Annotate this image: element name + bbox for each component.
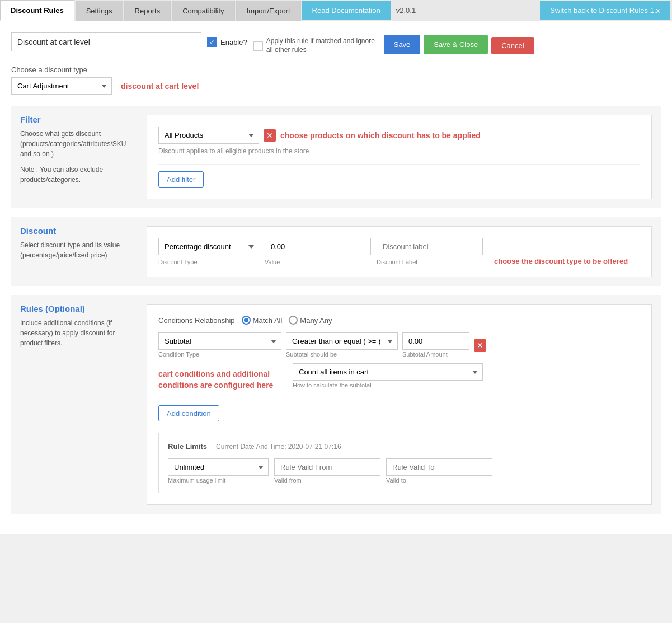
condition-operator-label: Subtotal should be	[286, 351, 398, 358]
max-usage-group: Unlimited 1 5 10 100 Maximum usage limit	[168, 458, 269, 484]
discount-value-label: Value	[265, 259, 371, 265]
apply-rule-section: Apply this rule if matched and ignore al…	[253, 32, 378, 54]
discount-type-field-group: Percentage discount Fixed discount Fixed…	[158, 238, 259, 265]
apply-rule-checkbox[interactable]	[253, 41, 263, 51]
filter-note: Note : You can also exclude products/cat…	[20, 165, 138, 185]
add-filter-button[interactable]: Add filter	[158, 171, 204, 188]
enable-checkbox[interactable]: ✓	[207, 37, 217, 47]
filter-divider	[158, 164, 640, 165]
add-condition-button[interactable]: Add condition	[158, 405, 219, 421]
discount-section: Discount Select discount type and its va…	[11, 217, 661, 286]
calc-select[interactable]: Count all items in cart Count unique ite…	[293, 363, 483, 381]
filter-row: All Products Specific Products Specific …	[158, 127, 640, 144]
rule-name-input[interactable]	[11, 32, 201, 51]
action-buttons: Save Save & Close Cancel	[384, 32, 534, 54]
conditions-relationship-label: Conditions Relationship	[158, 316, 235, 325]
condition-amount-input[interactable]	[402, 332, 469, 350]
many-any-label: Many Any	[300, 316, 332, 325]
cancel-button[interactable]: Cancel	[491, 37, 534, 54]
tab-compatibility[interactable]: Compatibility	[172, 1, 234, 21]
condition-type-group: Subtotal Total Quantity Weight Condition…	[158, 332, 281, 358]
discount-value-field-group: Value	[265, 238, 371, 265]
tab-bar: Discount Rules Settings Reports Compatib…	[0, 0, 672, 21]
condition-row: Subtotal Total Quantity Weight Condition…	[158, 332, 640, 358]
discount-type-annotation: discount at cart level	[121, 82, 199, 91]
rule-limits-panel: Rule Limits Current Date And Time: 2020-…	[158, 433, 640, 493]
discount-fields: Percentage discount Fixed discount Fixed…	[158, 238, 640, 265]
main-content: ✓ Enable? Apply this rule if matched and…	[0, 21, 672, 534]
filter-title: Filter	[20, 115, 138, 124]
tab-settings[interactable]: Settings	[76, 1, 123, 21]
rules-section-right: Conditions Relationship Match All Many A…	[147, 304, 652, 505]
max-usage-label: Maximum usage limit	[168, 477, 269, 484]
discount-type-inline-row: Cart Adjustment Product Discount Buy X G…	[11, 77, 661, 95]
limits-fields: Unlimited 1 5 10 100 Maximum usage limit…	[168, 458, 631, 484]
filter-section-right: All Products Specific Products Specific …	[147, 115, 652, 199]
many-any-radio[interactable]: Many Any	[289, 316, 332, 325]
top-row: ✓ Enable? Apply this rule if matched and…	[11, 32, 661, 54]
discount-title: Discount	[20, 226, 138, 236]
filter-section: Filter Choose what gets discount (produc…	[11, 106, 661, 208]
match-all-radio-dot	[242, 316, 251, 325]
filter-type-select[interactable]: All Products Specific Products Specific …	[158, 127, 259, 144]
read-docs-button[interactable]: Read Documentation	[302, 1, 391, 20]
rules-description: Include additional conditions (if necess…	[20, 318, 138, 348]
switch-back-button[interactable]: Switch back to Discount Rules 1.x	[540, 1, 670, 20]
discount-section-left: Discount Select discount type and its va…	[20, 226, 138, 277]
filter-section-inner: Filter Choose what gets discount (produc…	[20, 115, 652, 199]
discount-section-right: Percentage discount Fixed discount Fixed…	[147, 226, 652, 277]
rules-title: Rules (Optional)	[20, 304, 138, 313]
valid-to-input[interactable]	[386, 458, 492, 476]
enable-section: ✓ Enable?	[207, 32, 247, 47]
discount-type-label: Choose a discount type	[11, 65, 661, 74]
valid-from-group: Vaild from	[274, 458, 380, 484]
save-button[interactable]: Save	[384, 35, 421, 54]
discount-annotation: choose the discount type to be offered	[494, 246, 628, 265]
condition-amount-label: Subtotal Amount	[402, 351, 469, 358]
discount-label-field-label: Discount Label	[377, 259, 483, 265]
rules-section: Rules (Optional) Include additional cond…	[11, 295, 661, 514]
enable-label: Enable?	[220, 38, 247, 46]
discount-type-section: Choose a discount type Cart Adjustment P…	[11, 65, 661, 95]
filter-annotation: choose products on which discount has to…	[280, 131, 481, 140]
discount-value-input[interactable]	[265, 238, 371, 255]
tab-import-export[interactable]: Import/Export	[236, 1, 301, 21]
condition-type-select[interactable]: Subtotal Total Quantity Weight	[158, 332, 281, 350]
discount-label-field-group: Discount Label	[377, 238, 483, 265]
conditions-relationship: Conditions Relationship Match All Many A…	[158, 316, 640, 325]
save-close-button[interactable]: Save & Close	[424, 35, 488, 54]
discount-description: Select discount type and its value (perc…	[20, 240, 138, 260]
discount-type-field-label: Discount Type	[158, 259, 259, 265]
many-any-radio-dot	[289, 316, 298, 325]
rules-annotation: cart conditions and additional condition…	[158, 369, 281, 391]
rule-limits-title: Rule Limits	[168, 442, 207, 451]
match-all-radio[interactable]: Match All	[242, 316, 283, 325]
filter-description: Choose what gets discount (products/cate…	[20, 129, 138, 159]
tab-discount-rules[interactable]: Discount Rules	[0, 0, 74, 21]
condition-amount-group: Subtotal Amount	[402, 332, 469, 358]
calc-label: How to calculate the subtotal	[293, 382, 483, 388]
tab-reports[interactable]: Reports	[124, 1, 171, 21]
discount-section-inner: Discount Select discount type and its va…	[20, 226, 652, 277]
calc-field-group: Count all items in cart Count unique ite…	[293, 363, 483, 388]
apply-rule-label: Apply this rule if matched and ignore al…	[266, 37, 378, 54]
condition-type-label: Condition Type	[158, 351, 281, 358]
valid-from-label: Vaild from	[274, 477, 380, 484]
filter-remove-button[interactable]: ✕	[264, 129, 276, 142]
max-usage-select[interactable]: Unlimited 1 5 10 100	[168, 458, 269, 476]
valid-to-group: Vaild to	[386, 458, 492, 484]
match-all-label: Match All	[253, 316, 283, 325]
filter-section-left: Filter Choose what gets discount (produc…	[20, 115, 138, 199]
discount-percentage-select[interactable]: Percentage discount Fixed discount Fixed…	[158, 238, 259, 255]
condition-remove-button[interactable]: ✕	[474, 339, 486, 352]
valid-from-input[interactable]	[274, 458, 380, 476]
discount-type-select[interactable]: Cart Adjustment Product Discount Buy X G…	[11, 77, 112, 95]
version-label: v2.0.1	[391, 6, 421, 15]
condition-operator-group: Greater than or equal ( >= ) Less than (…	[286, 332, 398, 358]
valid-to-label: Vaild to	[386, 477, 492, 484]
discount-label-input[interactable]	[377, 238, 483, 255]
rule-limits-header: Rule Limits Current Date And Time: 2020-…	[168, 442, 631, 451]
filter-applies-text: Discount applies to all eligible product…	[158, 147, 640, 155]
condition-operator-select[interactable]: Greater than or equal ( >= ) Less than (…	[286, 332, 398, 350]
rule-limits-datetime: Current Date And Time: 2020-07-21 07:16	[216, 443, 341, 451]
